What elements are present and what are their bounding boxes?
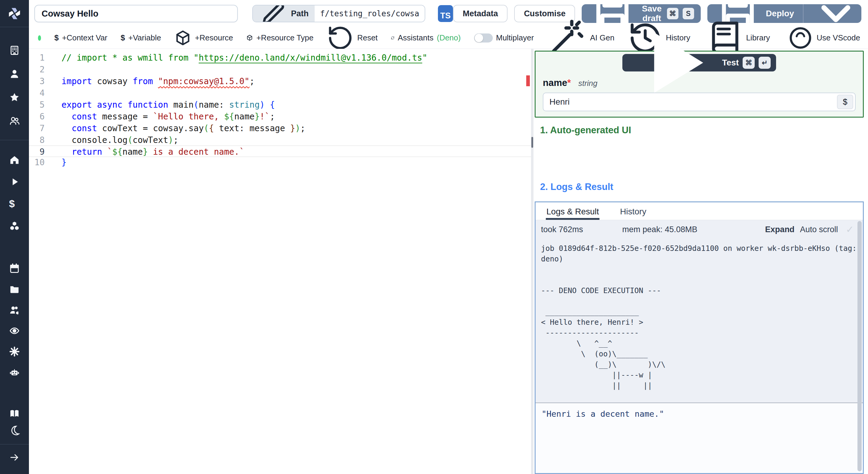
kbd-cmd: ⌘ — [743, 57, 755, 69]
check-icon[interactable]: ✓ — [846, 224, 854, 235]
toolbar-reset[interactable]: Reset — [327, 24, 378, 52]
toolbar-items: $+Context Var$+Variable+Resource+Resourc… — [54, 24, 461, 52]
path-selector[interactable]: Path f/testing_roles/cowsa — [252, 5, 425, 22]
star-icon — [9, 92, 20, 103]
calendar-icon — [9, 263, 20, 274]
users-icon — [9, 116, 20, 126]
expand-button[interactable]: Expand — [765, 225, 795, 234]
package-icon — [174, 29, 191, 47]
job-logs: job 0189d64f-812b-525e-f020-652bd9da1100… — [535, 239, 863, 403]
sidebar-item-favorites[interactable] — [0, 86, 29, 109]
sidebar-item-account[interactable] — [0, 62, 29, 86]
users-gear-icon — [9, 304, 20, 316]
moon-icon — [9, 425, 20, 436]
toolbar-label-suffix: (Deno) — [437, 33, 461, 42]
error-overview-mark — [526, 76, 530, 86]
args-section: Test ⌘ ↵ name* string $ — [535, 51, 864, 118]
resize-grip[interactable] — [531, 137, 533, 148]
play-icon — [9, 176, 20, 187]
sidebar-item-settings[interactable] — [0, 341, 29, 362]
code-editor[interactable]: 1// import * as wmill from "https://deno… — [29, 49, 531, 474]
line-content: export async function main(name: string)… — [61, 99, 275, 111]
sidebar-item-audit-logs[interactable] — [0, 320, 29, 341]
line-number: 3 — [29, 76, 44, 87]
toolbar-label: +Resource — [195, 33, 233, 42]
toolbar-label: +Variable — [128, 33, 161, 42]
script-title-input[interactable] — [34, 5, 238, 22]
folder-icon — [9, 284, 20, 295]
section-auto-generated-ui: 1. Auto-generated UI — [540, 125, 864, 136]
dollar-icon: $ — [121, 33, 125, 42]
insert-variable-button[interactable]: $ — [837, 95, 853, 109]
cubes-icon — [9, 220, 20, 231]
vscode-icon — [787, 25, 813, 51]
sidebar-item-runs[interactable] — [0, 171, 29, 193]
preview-panel: Test ⌘ ↵ name* string $ 1. Auto-gener — [533, 49, 868, 474]
tab-logs-result[interactable]: Logs & Result — [546, 202, 599, 220]
code-line-1[interactable]: 1// import * as wmill from "https://deno… — [29, 52, 531, 64]
code-line-10[interactable]: 10} — [29, 156, 531, 168]
line-content: const message = `Hello there, ${name}!`; — [61, 111, 275, 122]
auto-scroll-label[interactable]: Auto scroll — [800, 225, 838, 234]
app-root: $ Path f/testing_roles/cowsa TS — [0, 0, 868, 474]
toolbar-assistants-deno[interactable]: Assistants (Deno) — [391, 33, 461, 42]
code-line-9[interactable]: 9 return `${name} is a decent name.` — [29, 145, 531, 157]
code-line-3[interactable]: 3import cowsay from "npm:cowsay@1.5.0"; — [29, 76, 531, 87]
sidebar-item-docs[interactable] — [0, 405, 29, 422]
tab-history[interactable]: History — [619, 202, 647, 220]
metadata-button[interactable]: Metadata — [453, 5, 507, 22]
code-line-7[interactable]: 7 const cowText = cowsay.say({ text: mes… — [29, 122, 531, 134]
code-line-8[interactable]: 8 console.log(cowText); — [29, 134, 531, 146]
test-button[interactable]: Test ⌘ ↵ — [622, 54, 776, 71]
toolbar-use-vscode[interactable]: Use VScode — [787, 25, 860, 51]
status-dot — [38, 35, 41, 41]
sidebar: $ — [0, 0, 29, 474]
sidebar-item-expand[interactable] — [0, 444, 29, 470]
toolbar-context-var[interactable]: $+Context Var — [54, 33, 107, 42]
sidebar-item-folders[interactable] — [0, 278, 29, 299]
user-icon — [9, 68, 20, 79]
arrow-right-icon — [9, 452, 20, 463]
windmill-logo-icon[interactable] — [0, 0, 29, 27]
multiplayer-toggle[interactable] — [474, 33, 493, 42]
panel-resize-handle[interactable] — [531, 49, 533, 474]
toolbar-label: Library — [746, 33, 770, 42]
editor-toolbar: $+Context Var$+Variable+Resource+Resourc… — [29, 27, 868, 49]
run-stats: took 762ms mem peak: 45.08MB Expand Auto… — [535, 220, 863, 239]
line-content: return `${name} is a decent name.` — [61, 146, 244, 156]
code-line-4[interactable]: 4 — [29, 87, 531, 99]
pencil-icon — [259, 5, 287, 22]
multiplayer-label: Multiplayer — [496, 33, 534, 42]
code-line-5[interactable]: 5export async function main(name: string… — [29, 99, 531, 111]
toolbar-resource-type[interactable]: +Resource Type — [246, 33, 313, 42]
gear-icon — [9, 346, 20, 357]
sidebar-item-members[interactable] — [0, 109, 29, 133]
toolbar-resource[interactable]: +Resource — [174, 29, 233, 47]
toolbar-label: +Resource Type — [256, 33, 314, 42]
sidebar-item-groups[interactable] — [0, 299, 29, 320]
arg-name-input[interactable] — [543, 93, 856, 111]
reset-icon — [327, 24, 354, 52]
sidebar-item-workspace[interactable] — [0, 38, 29, 62]
line-number: 8 — [29, 134, 44, 146]
code-line-6[interactable]: 6 const message = `Hello there, ${name}!… — [29, 111, 531, 122]
logs-scrollbar[interactable] — [858, 221, 862, 471]
sidebar-item-resources[interactable] — [0, 215, 29, 237]
typescript-badge: TS — [438, 5, 453, 22]
path-chip: Path — [253, 5, 315, 22]
main-column: Path f/testing_roles/cowsa TS Metadata C… — [29, 0, 868, 474]
line-number: 2 — [29, 64, 44, 76]
kbd-enter: ↵ — [758, 57, 771, 69]
line-number: 5 — [29, 99, 44, 111]
line-content: import cowsay from "npm:cowsay@1.5.0"; — [61, 76, 255, 87]
sidebar-item-schedules[interactable] — [0, 258, 29, 278]
toolbar-variable[interactable]: $+Variable — [121, 33, 161, 42]
sidebar-item-workers[interactable] — [0, 362, 29, 383]
sidebar-item-home[interactable] — [0, 149, 29, 171]
code-line-2[interactable]: 2 — [29, 64, 531, 76]
content-row: 1// import * as wmill from "https://deno… — [29, 49, 868, 474]
toolbar-label: Reset — [357, 33, 378, 42]
sidebar-item-variables[interactable]: $ — [0, 193, 29, 215]
toolbar-label: Use VScode — [816, 33, 860, 42]
sidebar-item-dark-mode[interactable] — [0, 422, 29, 439]
